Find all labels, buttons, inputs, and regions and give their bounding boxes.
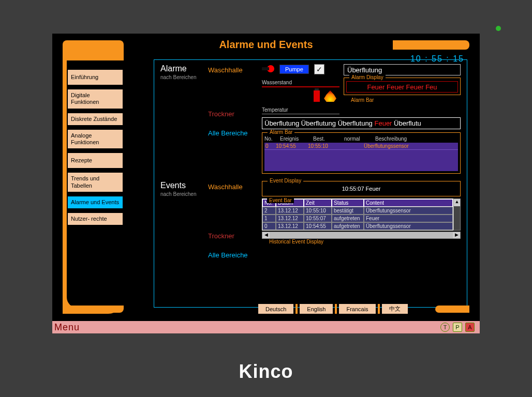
nav-alarms-events[interactable]: Alarme und Events (68, 196, 123, 208)
hist-row-0[interactable]: 2 13.12.12 10:55:10 bestätigt Überflutun… (262, 207, 453, 215)
status-bar: Menu T P A (52, 321, 480, 333)
hscroll[interactable]: ◀ ▶ (262, 232, 461, 239)
th-content: Content (364, 199, 453, 207)
alarm-display-legend: Alarm Display (349, 74, 386, 80)
historical-table: No. Datum Zeit Status Content 2 13.12.12 (262, 198, 461, 231)
chip-p[interactable]: P (453, 323, 462, 332)
sidebar-nav: Einführung Digitale Funktionen Diskrete … (68, 70, 123, 225)
alarm-event-header: No. Ereignis Best. normal Beschreibung (264, 135, 458, 143)
alarms-title: Alarme (160, 64, 208, 73)
hmi-screen: Alarme und Events 10 : 55 : 15 Einführun… (52, 34, 480, 333)
flame-icon (324, 90, 336, 102)
lang-zh[interactable]: 中文 (382, 304, 408, 314)
pump-button[interactable]: Pumpe (279, 65, 309, 74)
current-alarm-box: Überflutung (344, 64, 461, 75)
vscroll[interactable]: ▲ (453, 198, 461, 231)
scroll-track[interactable] (270, 232, 453, 238)
evr-no: 0 (265, 143, 276, 149)
hist-row-1[interactable]: 1 13.12.12 10:55:07 aufgetreten Feuer (262, 215, 453, 222)
event-display-line: 10:55:07 Feuer (264, 184, 458, 194)
siren-icon (262, 64, 275, 74)
power-led (496, 26, 501, 31)
main-panel: Alarme nach Bereichen Waschhalle Trockne… (154, 59, 467, 308)
alarm-bar-fire: Feuer (374, 119, 392, 127)
menu-label[interactable]: Menu (54, 322, 80, 333)
lang-fr[interactable]: Francais (339, 304, 375, 314)
nav-recipes[interactable]: Rezepte (68, 153, 123, 168)
scroll-right-icon[interactable]: ▶ (453, 232, 460, 238)
hdr-no: No. (264, 136, 275, 142)
hist-row-2[interactable]: 0 13.12.12 10:54:55 aufgetreten Überflut… (262, 222, 453, 230)
event-area-waschhalle[interactable]: Waschhalle (208, 183, 262, 191)
hdr-normal: normal (344, 136, 370, 142)
alarm-bar-lower-group: Alarm Bar No. Ereignis Best. normal Besc… (262, 132, 461, 174)
decor-bottom-left (63, 306, 124, 313)
nav-discrete[interactable]: Diskrete Zustände (68, 113, 123, 125)
event-bar-legend: Event Bar (267, 197, 294, 203)
hdr-best: Best. (313, 136, 339, 142)
alarm-event-empty-rows (264, 149, 458, 171)
level-label: Wasserstand (262, 80, 339, 85)
decor-top-right (393, 40, 469, 50)
event-area-trockner[interactable]: Trockner (208, 232, 262, 240)
th-status: Status (332, 199, 364, 207)
nav-digital-func[interactable]: Digitale Funktionen (68, 89, 123, 108)
event-display-group: Event Display 10:55:07 Feuer (262, 181, 461, 196)
hist-legend: Historical Event Display (267, 239, 326, 245)
alarm-bar-lower-legend: Alarm Bar (268, 129, 294, 135)
event-area-all[interactable]: Alle Bereiche (208, 251, 262, 259)
th-zeit: Zeit (304, 199, 332, 207)
alarm-bar-text: Überflutung Überflutung Überflutung (264, 119, 373, 127)
evr-beschr: Überflutungssensor (364, 143, 409, 149)
nav-user-rights[interactable]: Nutzer- rechte (68, 213, 123, 225)
alarm-bar-legend-upper: Alarm Bar (349, 97, 376, 103)
decor-bottom-right (435, 306, 469, 313)
scroll-left-icon[interactable]: ◀ (262, 232, 270, 238)
nav-trends[interactable]: Trends und Tabellen (68, 173, 123, 191)
alarm-bar-tail: Überflutu (394, 119, 421, 127)
nav-introduction[interactable]: Einführung (68, 70, 123, 85)
alarm-display-group: Alarm Display Feuer Feuer Feuer Feu (344, 78, 461, 95)
alarm-area-waschhalle[interactable]: Waschhalle (208, 66, 262, 74)
events-subtitle: nach Bereichen (160, 191, 208, 197)
alarms-subtitle: nach Bereichen (160, 74, 208, 80)
lang-de[interactable]: Deutsch (258, 304, 293, 314)
temp-label: Temperatur (262, 107, 339, 113)
chip-t[interactable]: T (440, 323, 450, 332)
hdr-beschr: Beschreibung (375, 136, 407, 142)
alarm-area-trockner[interactable]: Trockner (208, 110, 262, 118)
level-rule (262, 86, 339, 87)
event-display-legend: Event Display (268, 178, 303, 184)
alarm-area-all[interactable]: Alle Bereiche (208, 129, 262, 137)
evr-best: 10:55:10 (308, 143, 338, 149)
evr-ereignis: 10:54:55 (276, 143, 308, 149)
alarm-event-row[interactable]: 0 10:54:55 10:55:10 Überflutungssensor (264, 143, 458, 149)
alarm-bar-wide: Überflutung Überflutung Überflutung Feue… (262, 117, 461, 129)
brand-logo: Kinco (0, 361, 532, 383)
pump-checkbox[interactable]: ✓ (314, 64, 324, 74)
temp-rule (262, 114, 339, 114)
extinguisher-icon (314, 90, 320, 102)
chip-a[interactable]: A (465, 323, 475, 332)
nav-analog-func[interactable]: Analoge Funktionen (68, 130, 123, 148)
language-row: Deutsch English Francais 中文 (258, 304, 408, 314)
hdr-ereignis: Ereignis (280, 136, 308, 142)
lang-en[interactable]: English (300, 304, 333, 314)
evr-normal (338, 143, 364, 149)
events-title: Events (160, 181, 208, 190)
alarm-display-text: Feuer Feuer Feuer Feu (346, 81, 458, 93)
